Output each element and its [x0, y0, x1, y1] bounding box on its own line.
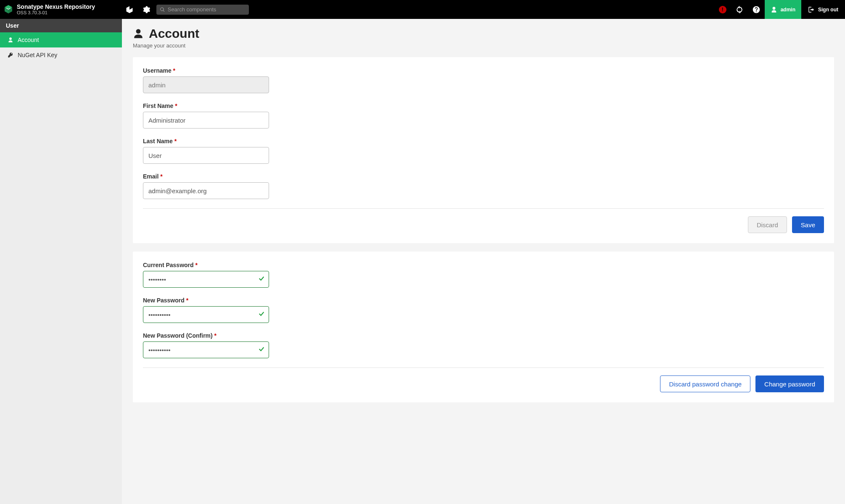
new-password-label: New Password *: [143, 297, 269, 304]
username-label: Username *: [143, 67, 269, 74]
logo-icon: [3, 4, 13, 14]
user-icon: [133, 28, 144, 39]
confirm-password-input[interactable]: [143, 341, 269, 358]
password-panel: Current Password * New Password * New Pa…: [133, 252, 834, 402]
email-input[interactable]: [143, 182, 269, 199]
signout-label: Sign out: [818, 7, 838, 13]
alert-badge-icon: !: [719, 6, 726, 13]
username-input: [143, 76, 269, 93]
page-title: Account: [149, 26, 199, 41]
help-button[interactable]: [748, 0, 765, 19]
page-title-row: Account: [133, 26, 834, 41]
sidebar-item-label: NuGet API Key: [18, 52, 57, 58]
signout-button[interactable]: Sign out: [801, 0, 845, 19]
key-icon: [8, 52, 13, 58]
brand-title: Sonatype Nexus Repository: [17, 4, 95, 10]
current-password-input[interactable]: [143, 271, 269, 288]
alert-button[interactable]: !: [714, 6, 731, 13]
lastname-input[interactable]: [143, 147, 269, 164]
user-menu[interactable]: admin: [765, 0, 801, 19]
firstname-label: First Name *: [143, 102, 269, 109]
main-content: Account Manage your account Username * F…: [122, 19, 845, 504]
firstname-input[interactable]: [143, 112, 269, 129]
browse-button[interactable]: [121, 0, 138, 19]
sidebar-section-user: User: [0, 19, 122, 32]
account-panel: Username * First Name * Last Name * Emai…: [133, 57, 834, 243]
user-icon: [771, 6, 777, 13]
lastname-label: Last Name *: [143, 138, 269, 144]
search-box[interactable]: [156, 5, 249, 15]
user-icon: [8, 37, 13, 43]
change-password-button[interactable]: Change password: [755, 375, 824, 392]
discard-password-button[interactable]: Discard password change: [660, 375, 750, 392]
user-name-label: admin: [781, 7, 795, 13]
discard-button[interactable]: Discard: [748, 216, 787, 233]
email-label: Email *: [143, 173, 269, 180]
refresh-button[interactable]: [731, 0, 748, 19]
new-password-input[interactable]: [143, 306, 269, 323]
search-icon: [160, 7, 165, 13]
check-icon: [258, 310, 265, 319]
page-subtitle: Manage your account: [133, 42, 834, 49]
sidebar-item-account[interactable]: Account: [0, 32, 122, 47]
sidebar-item-label: Account: [18, 37, 39, 43]
check-icon: [258, 346, 265, 354]
settings-button[interactable]: [138, 0, 155, 19]
brand-subtitle: OSS 3.70.3-01: [17, 10, 95, 15]
top-header: Sonatype Nexus Repository OSS 3.70.3-01 …: [0, 0, 845, 19]
signout-icon: [808, 6, 815, 13]
save-button[interactable]: Save: [792, 216, 824, 233]
check-icon: [258, 275, 265, 284]
confirm-password-label: New Password (Confirm) *: [143, 332, 269, 339]
brand-block: Sonatype Nexus Repository OSS 3.70.3-01: [3, 4, 121, 15]
sidebar: User Account NuGet API Key: [0, 19, 122, 504]
search-input[interactable]: [168, 6, 246, 13]
current-password-label: Current Password *: [143, 262, 269, 268]
sidebar-item-nuget-api-key[interactable]: NuGet API Key: [0, 47, 122, 63]
